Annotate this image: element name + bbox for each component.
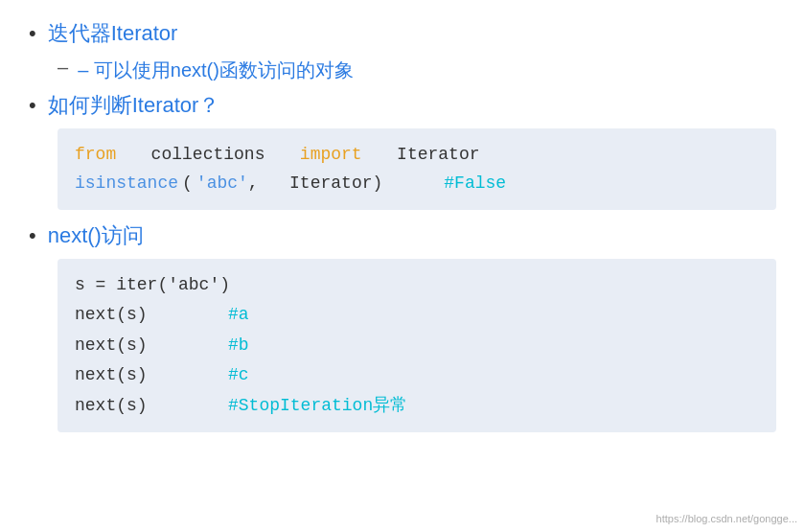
code-iterator1: Iterator <box>366 140 480 170</box>
comment-c: #c <box>228 360 249 391</box>
section2-header: • 如何判断Iterator？ <box>29 91 776 121</box>
code-line-2: isinstance ( 'abc' , Iterator) #False <box>75 169 759 198</box>
section1-title: 迭代器Iterator <box>48 19 178 49</box>
next-line-1: next(s) #a <box>75 300 759 331</box>
sub-dash-1: – <box>58 57 68 79</box>
comment-a: #a <box>228 300 249 331</box>
code-abc-str: 'abc' <box>196 169 248 198</box>
keyword-import: import <box>300 140 362 170</box>
watermark-text: https://blog.csdn.net/gongge... <box>656 513 797 524</box>
bullet-dot-2: • <box>29 93 36 118</box>
code-iter-s: s = iter('abc') <box>75 270 230 301</box>
code-next-s-3: next(s) <box>75 360 228 391</box>
code-next-s-1: next(s) <box>75 300 228 331</box>
next-line-0: s = iter('abc') <box>75 270 759 301</box>
section3-title: next()访问 <box>48 221 144 251</box>
next-line-4: next(s) #StopIteration异常 <box>75 391 759 422</box>
next-line-3: next(s) #c <box>75 360 759 391</box>
code-collections: collections <box>120 140 296 170</box>
section2-codeblock: from collections import Iterator isinsta… <box>58 128 776 210</box>
section1-header: • 迭代器Iterator <box>29 19 776 49</box>
code-isinstance: isinstance <box>75 169 178 198</box>
section3-codeblock: s = iter('abc') next(s) #a next(s) #b ne… <box>58 259 776 433</box>
code-line-1: from collections import Iterator <box>75 140 759 170</box>
keyword-from: from <box>75 140 116 170</box>
next-line-2: next(s) #b <box>75 331 759 361</box>
comment-b: #b <box>228 331 249 361</box>
code-next-s-4: next(s) <box>75 391 228 422</box>
bullet-dot-1: • <box>29 21 36 46</box>
code-paren-open: ( <box>182 169 193 198</box>
code-comma: , Iterator) <box>248 169 382 198</box>
section3-header: • next()访问 <box>29 221 776 251</box>
section1-sub: – – 可以使用next()函数访问的对象 <box>58 57 776 83</box>
section2-title: 如何判断Iterator？ <box>48 91 220 121</box>
bullet-dot-3: • <box>29 223 36 248</box>
code-next-s-2: next(s) <box>75 331 228 361</box>
code-false-comment: #False <box>444 169 506 198</box>
section1-subtext: – 可以使用next()函数访问的对象 <box>78 57 354 83</box>
comment-stopiteration: #StopIteration异常 <box>228 391 407 422</box>
